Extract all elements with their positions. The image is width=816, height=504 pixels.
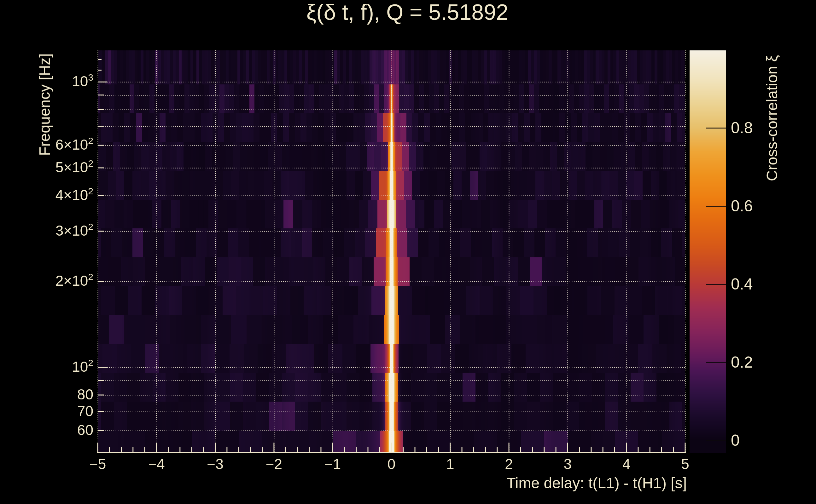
y-tick-label: 103: [72, 74, 93, 89]
colorbar-tick-label: 0.2: [731, 354, 753, 370]
x-tick-label: 3: [564, 457, 572, 471]
x-tick-label: −3: [207, 457, 223, 471]
y-tick-label: 102: [72, 359, 93, 374]
x-tick-label: 4: [623, 457, 631, 471]
x-tick-label: 5: [681, 457, 689, 471]
y-tick-label: 60: [77, 423, 93, 437]
x-tick-label: −4: [148, 457, 164, 471]
colorbar-tick-label: 0: [731, 432, 740, 448]
y-tick-label: 70: [77, 404, 93, 418]
y-tick-label: 80: [77, 387, 93, 402]
y-tick-label: 2×102: [55, 273, 93, 288]
heatmap-canvas: [0, 0, 816, 504]
plot-title: ξ(δ t, f), Q = 5.51892: [307, 1, 508, 23]
colorbar-tick-label: 0.8: [731, 120, 753, 136]
x-tick-label: −1: [325, 457, 341, 471]
x-tick-label: 1: [446, 457, 454, 471]
y-tick-label: 5×102: [55, 160, 93, 175]
colorbar-tick-label: 0.6: [731, 198, 753, 214]
x-tick-label: 0: [388, 457, 396, 471]
x-axis-title: Time delay: t(L1) - t(H1) [s]: [506, 476, 687, 491]
colorbar-tick-label: 0.4: [731, 276, 753, 292]
y-tick-label: 3×102: [55, 223, 93, 238]
colorbar-title: Cross-correlation ξ: [765, 55, 780, 181]
x-tick-label: −2: [266, 457, 282, 471]
y-axis-title: Frequency [Hz]: [37, 53, 52, 156]
x-tick-label: 2: [505, 457, 513, 471]
y-tick-label: 4×102: [55, 188, 93, 202]
qscan-cross-correlation-figure: ξ(δ t, f), Q = 5.51892 Frequency [Hz] Ti…: [0, 0, 816, 504]
x-tick-label: −5: [89, 457, 106, 471]
y-tick-label: 6×102: [55, 137, 93, 152]
